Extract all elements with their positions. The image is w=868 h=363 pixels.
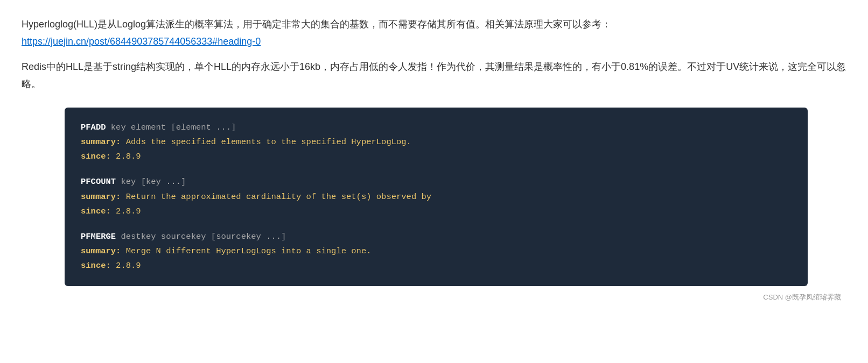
pfmerge-args: destkey sourcekey [sourcekey ...] — [116, 232, 286, 241]
code-block: PFADD key element [element ...] summary:… — [65, 108, 808, 286]
intro-paragraph-1: Hyperloglog(HLL)是从Loglog算法派生的概率算法，用于确定非常… — [22, 16, 846, 50]
pfcount-summary-line: summary: Return the approximated cardina… — [81, 190, 792, 204]
pfmerge-command-line: PFMERGE destkey sourcekey [sourcekey ...… — [81, 230, 792, 244]
pfadd-since-value: 2.8.9 — [111, 152, 141, 161]
pfadd-since-label: since: — [81, 152, 111, 161]
pfcount-since-label: since: — [81, 207, 111, 216]
pfmerge-since-value: 2.8.9 — [111, 261, 141, 271]
pfcount-command-line: PFCOUNT key [key ...] — [81, 175, 792, 189]
pfcount-since-line: since: 2.8.9 — [81, 204, 792, 219]
pfadd-cmd: PFADD — [81, 123, 106, 132]
pfmerge-summary-label: summary: — [81, 246, 121, 256]
pfadd-args: key element [element ...] — [106, 123, 236, 132]
pfmerge-section: PFMERGE destkey sourcekey [sourcekey ...… — [81, 230, 792, 273]
reference-link[interactable]: https://juejin.cn/post/68449037857440563… — [22, 36, 261, 47]
pfcount-args: key [key ...] — [116, 177, 186, 187]
pfcount-section: PFCOUNT key [key ...] summary: Return th… — [81, 175, 792, 218]
pfadd-command-line: PFADD key element [element ...] — [81, 120, 792, 135]
pfmerge-since-label: since: — [81, 261, 111, 271]
pfadd-summary-label: summary: — [81, 137, 121, 147]
watermark: CSDN @既孕凤绾璿霁藏 — [22, 291, 846, 303]
pfmerge-cmd: PFMERGE — [81, 232, 116, 241]
pfcount-since-value: 2.8.9 — [111, 207, 141, 216]
pfadd-summary-line: summary: Adds the specified elements to … — [81, 135, 792, 150]
intro-paragraph-2: Redis中的HLL是基于string结构实现的，单个HLL的内存永远小于16k… — [22, 59, 846, 92]
pfmerge-summary-line: summary: Merge N different HyperLogLogs … — [81, 244, 792, 259]
pfcount-cmd: PFCOUNT — [81, 177, 116, 187]
intro-section: Hyperloglog(HLL)是从Loglog算法派生的概率算法，用于确定非常… — [22, 16, 846, 92]
pfmerge-since-line: since: 2.8.9 — [81, 259, 792, 273]
pfadd-summary-value: Adds the specified elements to the speci… — [121, 137, 411, 147]
pfadd-section: PFADD key element [element ...] summary:… — [81, 120, 792, 164]
pfadd-since-line: since: 2.8.9 — [81, 150, 792, 164]
intro-text-1: Hyperloglog(HLL)是从Loglog算法派生的概率算法，用于确定非常… — [22, 19, 611, 30]
pfmerge-summary-value: Merge N different HyperLogLogs into a si… — [121, 246, 371, 256]
pfcount-summary-label: summary: — [81, 192, 121, 202]
pfcount-summary-value: Return the approximated cardinality of t… — [121, 192, 431, 202]
